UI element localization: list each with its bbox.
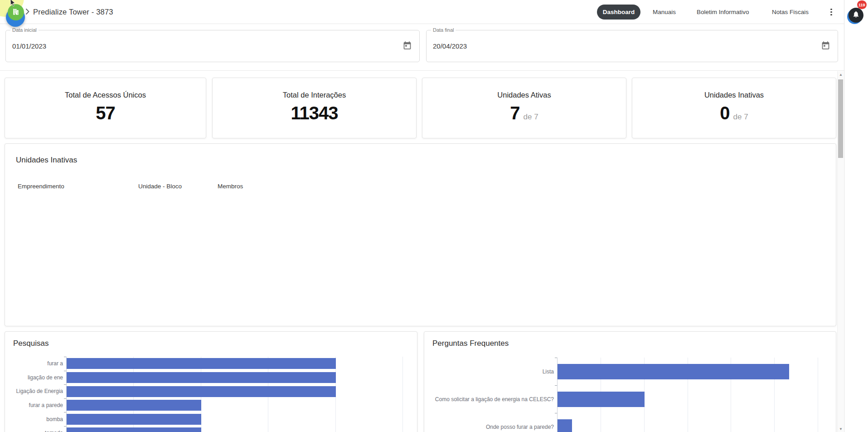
start-date-value[interactable]: 01/01/2023 <box>12 30 46 62</box>
bar-furar-a <box>67 358 336 369</box>
category-label: Lista <box>428 358 554 385</box>
axis-tick <box>64 371 66 371</box>
axis-tick <box>64 384 66 385</box>
calendar-icon[interactable] <box>821 40 830 52</box>
notification-rail <box>844 0 868 432</box>
axis-tick <box>555 385 557 386</box>
axis-tick <box>64 398 66 399</box>
notifications-button[interactable] <box>849 8 863 23</box>
perguntas-chart-panel: Perguntas Frequentes ListaComo solicitar… <box>424 331 836 432</box>
axis-tick <box>64 357 66 357</box>
column-header-empreendimento: Empreendimento <box>18 183 64 190</box>
stat-card-3: Unidades Inativas0de 7 <box>632 78 836 138</box>
category-label: Ligação de Energia <box>8 384 63 398</box>
content-divider <box>0 70 844 71</box>
tab-dashboard[interactable]: Dashboard <box>597 5 640 20</box>
scrollbar-thumb[interactable] <box>838 79 843 158</box>
axis-tick <box>555 358 557 358</box>
stat-card-1: Total de Interações11343 <box>212 78 417 138</box>
tab-boletim-informativo[interactable]: Boletim Informativo <box>697 0 749 24</box>
perguntas-chart-title: Perguntas Frequentes <box>432 339 509 348</box>
bar-bomba <box>67 414 201 425</box>
more-vertical-icon[interactable] <box>828 0 834 24</box>
bell-icon <box>852 10 860 20</box>
axis-tick <box>64 426 66 427</box>
category-label: tomada <box>8 426 63 432</box>
stat-suffix: de 7 <box>524 113 538 122</box>
bar-liga-o-de-ene <box>67 372 336 383</box>
mouse-cursor-icon <box>10 0 16 8</box>
category-label: ligação de ene <box>8 371 63 385</box>
chart-gridline <box>818 358 818 432</box>
bar-liga-o-de-energia <box>67 386 336 397</box>
stat-label: Total de Interações <box>283 91 346 99</box>
bar-lista <box>558 364 789 379</box>
end-date-value[interactable]: 20/04/2023 <box>433 30 467 62</box>
stat-card-2: Unidades Ativas7de 7 <box>422 78 626 138</box>
stat-value: 11343 <box>291 103 338 123</box>
bar-onde-posso-furar-a-parede- <box>558 419 572 432</box>
axis-tick <box>64 412 66 412</box>
pesquisas-chart-title: Pesquisas <box>13 339 48 348</box>
stat-suffix: de 7 <box>733 113 748 122</box>
bar-como-solicitar-a-liga-o-de-energia-na-celesc- <box>558 392 645 407</box>
inactive-units-panel: Unidades Inativas Empreendimento Unidade… <box>5 143 836 326</box>
category-label: Como solicitar a ligação de energia na C… <box>428 385 554 413</box>
category-label: furar a <box>8 357 63 371</box>
stat-label: Total de Acessos Únicos <box>65 91 146 99</box>
bar-furar-a-parede <box>67 400 201 411</box>
scroll-up-arrow[interactable]: ▲ <box>838 71 844 78</box>
column-header-unidade-bloco: Unidade - Bloco <box>138 183 182 190</box>
bar-tomada <box>67 427 201 432</box>
category-label: Onde posso furar a parede? <box>428 413 554 432</box>
pesquisas-chart-panel: Pesquisas furar aligação de eneLigação d… <box>5 331 417 432</box>
category-label: furar a parede <box>8 398 63 412</box>
column-header-membros: Membros <box>218 183 243 190</box>
stat-value: 7 <box>510 103 519 123</box>
calendar-icon[interactable] <box>402 40 412 52</box>
page-title: Predialize Tower - 3873 <box>33 0 113 24</box>
start-date-field[interactable]: Data inicial 01/01/2023 <box>5 30 420 62</box>
tab-manuais[interactable]: Manuais <box>653 0 676 24</box>
chevron-right-icon <box>25 8 29 17</box>
stat-label: Unidades Ativas <box>497 91 551 99</box>
tab-notas-fiscais[interactable]: Notas Fiscais <box>772 0 809 24</box>
chart-gridline <box>402 357 403 432</box>
stat-value: 0 <box>720 103 729 123</box>
inactive-units-title: Unidades Inativas <box>16 156 77 165</box>
stat-label: Unidades Inativas <box>704 91 764 99</box>
notification-badge: 119 <box>857 0 867 9</box>
stat-card-0: Total de Acessos Únicos57 <box>5 78 206 138</box>
content-scrollbar[interactable]: ▲ ▼ <box>837 71 844 432</box>
scroll-down-arrow[interactable]: ▼ <box>838 426 844 432</box>
axis-tick <box>555 413 557 413</box>
category-label: bomba <box>8 412 63 426</box>
dashboard-screen: Predialize Tower - 3873 Dashboard Manuai… <box>0 0 868 432</box>
end-date-field[interactable]: Data final 20/04/2023 <box>426 30 838 62</box>
stat-value: 57 <box>96 103 115 123</box>
building-icon <box>11 7 20 18</box>
app-header: Predialize Tower - 3873 Dashboard Manuai… <box>0 0 844 24</box>
